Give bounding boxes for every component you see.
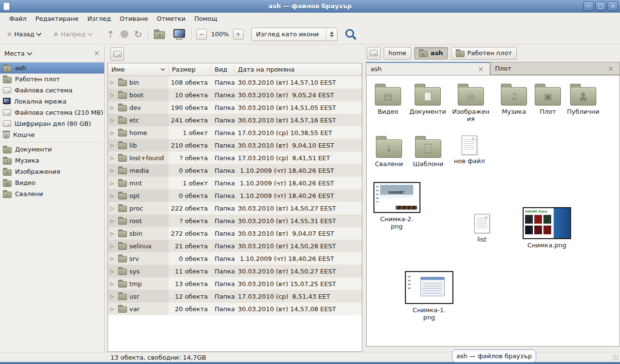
- table-row[interactable]: ▷media0 обектаПапка 1.10.2009 (чт) 18,40…: [108, 164, 362, 177]
- table-row[interactable]: ▷sbin272 обектаПапка30.03.2010 (вт) 9,04…: [108, 227, 362, 240]
- expander-icon[interactable]: ▷: [110, 243, 116, 249]
- maximize-button[interactable]: □: [595, 1, 606, 11]
- tab-close-icon[interactable]: ×: [606, 64, 615, 73]
- resize-grip[interactable]: [613, 355, 619, 361]
- tab-close-icon[interactable]: ×: [476, 65, 485, 74]
- sidebar-item[interactable]: Локална мрежа: [0, 96, 104, 107]
- expander-icon[interactable]: ▷: [110, 193, 116, 198]
- table-row[interactable]: ▷selinux21 обектаПапка30.03.2010 (вт) 14…: [108, 240, 362, 252]
- table-row[interactable]: ▷proc222 обектаПапка30.03.2010 (вт) 14,5…: [108, 202, 362, 214]
- table-row[interactable]: ▷etc241 обектаПапка30.03.2010 (вт) 14,57…: [108, 114, 362, 126]
- icon-item[interactable]: Публични: [563, 83, 603, 115]
- icon-item[interactable]: Снимка-2. png: [372, 182, 422, 230]
- sidebar-item[interactable]: Изображения: [0, 166, 104, 177]
- stop-button[interactable]: [118, 29, 131, 40]
- column-header-name[interactable]: Име: [108, 63, 169, 76]
- sidebar-item[interactable]: Музика: [0, 155, 104, 166]
- path-button-home[interactable]: home: [384, 47, 411, 60]
- icon-item[interactable]: Видео: [370, 83, 406, 115]
- menu-bookmarks[interactable]: Отметки: [152, 14, 189, 23]
- path-button-ash[interactable]: ash: [414, 47, 448, 60]
- zoom-in-button[interactable]: +: [233, 29, 244, 40]
- expander-icon[interactable]: ▷: [110, 80, 116, 85]
- expander-icon[interactable]: ▷: [110, 218, 116, 224]
- back-button[interactable]: « Назад: [4, 28, 44, 40]
- root-drive-button[interactable]: [110, 47, 124, 61]
- tab-plot[interactable]: Плот ×: [490, 62, 620, 75]
- titlebar[interactable]: ash — файлов браузър − □ ×: [0, 0, 620, 13]
- sidebar-close-icon[interactable]: ×: [93, 49, 100, 58]
- expander-icon[interactable]: ▷: [110, 269, 116, 274]
- icon-item[interactable]: нов файл: [452, 136, 487, 165]
- table-row[interactable]: ▷lib210 обектаПапка30.03.2010 (вт) 9,04,…: [108, 139, 362, 152]
- menu-view[interactable]: Изглед: [83, 14, 115, 23]
- table-row[interactable]: ▷usr12 обектаПапка17.03.2010 (ср) 8,51,4…: [108, 290, 362, 303]
- minimize-button[interactable]: −: [583, 1, 594, 11]
- column-header-type[interactable]: Вид: [211, 63, 234, 76]
- up-button[interactable]: ⇡: [104, 28, 118, 41]
- icon-item[interactable]: Плот: [534, 83, 561, 115]
- expander-icon[interactable]: ▷: [110, 306, 116, 312]
- icon-item[interactable]: Музика: [496, 83, 532, 115]
- expander-icon[interactable]: ▷: [110, 105, 116, 110]
- expander-icon[interactable]: ▷: [110, 181, 116, 186]
- sidebar-item[interactable]: Работен плот: [0, 74, 104, 85]
- column-header-date[interactable]: Дата на промяна: [234, 63, 362, 76]
- icon-item[interactable]: Документи: [407, 83, 448, 115]
- table-row[interactable]: ▷sys11 обектаПапка30.03.2010 (вт) 14,50,…: [108, 265, 362, 277]
- icon-item[interactable]: list: [466, 214, 497, 243]
- home-button[interactable]: [152, 29, 167, 40]
- menu-edit[interactable]: Редактиране: [31, 14, 83, 23]
- menu-go[interactable]: Отиване: [115, 14, 152, 23]
- expander-icon[interactable]: ▷: [110, 92, 116, 98]
- table-row[interactable]: ▷dev190 обектаПапка30.03.2010 (вт) 14,51…: [108, 101, 362, 114]
- sidebar-item[interactable]: Видео: [0, 177, 104, 188]
- expander-icon[interactable]: ▷: [110, 155, 116, 161]
- view-mode-select[interactable]: Изглед като икони: [251, 28, 338, 41]
- expander-icon[interactable]: ▷: [110, 143, 116, 148]
- reload-button[interactable]: ↻: [131, 28, 145, 41]
- table-row[interactable]: ▷home1 обектПапка17.03.2010 (ср) 10,38,5…: [108, 126, 362, 139]
- menu-help[interactable]: Помощ: [190, 14, 222, 23]
- column-header-size[interactable]: Размер: [169, 63, 211, 76]
- search-icon[interactable]: [345, 29, 354, 38]
- icon-view[interactable]: ВидеоДокументиИзображен ияМузикаПлотПубл…: [366, 75, 620, 347]
- menu-file[interactable]: Файл: [5, 14, 31, 23]
- icon-item[interactable]: Снимка.png: [519, 207, 575, 249]
- table-row[interactable]: ▷boot10 обектаПапка30.03.2010 (вт) 9,05,…: [108, 89, 362, 101]
- path-button-desktop[interactable]: Работен плот: [451, 47, 517, 60]
- expander-icon[interactable]: ▷: [110, 256, 116, 261]
- expander-icon[interactable]: ▷: [110, 168, 116, 173]
- expander-icon[interactable]: ▷: [110, 118, 116, 123]
- computer-button[interactable]: [170, 27, 188, 42]
- path-button-root[interactable]: [367, 47, 381, 60]
- sidebar-title[interactable]: Места: [4, 50, 25, 57]
- table-row[interactable]: ▷srv0 обектаПапка 1.10.2009 (чт) 18,40,2…: [108, 252, 362, 265]
- close-button[interactable]: ×: [607, 1, 618, 11]
- icon-item[interactable]: Шаблони: [410, 136, 446, 167]
- sidebar-item[interactable]: Файлова система (210 MB): [0, 107, 104, 118]
- table-row[interactable]: ▷root? обектаПапка30.03.2010 (вт) 14,55,…: [108, 214, 362, 227]
- expander-icon[interactable]: ▷: [110, 281, 116, 287]
- icon-item[interactable]: Снимка-1. png: [402, 271, 457, 321]
- zoom-out-button[interactable]: −: [196, 29, 207, 40]
- table-row[interactable]: ▷lost+found? обектаПапка17.03.2010 (ср) …: [108, 152, 362, 164]
- table-row[interactable]: ▷opt0 обектаПапка 1.10.2009 (чт) 18,40,2…: [108, 189, 362, 202]
- sidebar-item[interactable]: Кошче: [0, 129, 104, 140]
- table-row[interactable]: ▷var20 обектаПапка30.03.2010 (вт) 14,57,…: [108, 303, 362, 315]
- table-row[interactable]: ▷bin108 обектаПапка30.03.2010 (вт) 14,57…: [108, 76, 362, 89]
- table-row[interactable]: ▷tmp13 обектаПапка30.03.2010 (вт) 15,07,…: [108, 277, 362, 290]
- icon-item[interactable]: Изображен ия: [450, 83, 492, 123]
- back-dropdown-icon[interactable]: [36, 30, 41, 36]
- tab-ash[interactable]: ash ×: [366, 62, 490, 75]
- expander-icon[interactable]: ▷: [110, 206, 116, 211]
- forward-button[interactable]: » Напред: [50, 28, 95, 40]
- sidebar-item[interactable]: Файлова система: [0, 85, 104, 96]
- sidebar-item[interactable]: Шифриран дял (80 GB): [0, 118, 104, 129]
- expander-icon[interactable]: ▷: [110, 231, 116, 236]
- table-row[interactable]: ▷mnt1 обектПапка 1.10.2009 (чт) 18,40,26…: [108, 177, 362, 189]
- sidebar-item[interactable]: Свалени: [0, 188, 104, 199]
- chevron-down-icon[interactable]: [27, 50, 32, 55]
- icon-item[interactable]: Свалени: [371, 136, 407, 167]
- sidebar-item[interactable]: Документи: [0, 144, 104, 155]
